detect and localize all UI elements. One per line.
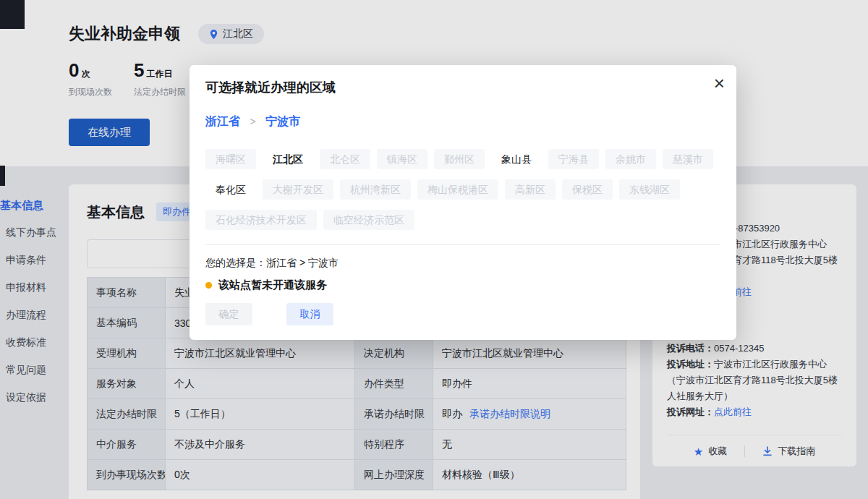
selection-label: 您的选择是：	[205, 257, 266, 268]
breadcrumb-province[interactable]: 浙江省	[205, 115, 240, 127]
region-chip: 东钱湖区	[619, 179, 680, 200]
region-chip: 北仑区	[320, 149, 370, 169]
region-chip: 石化经济技术开发区	[205, 210, 317, 230]
region-chip: 镇海区	[377, 149, 427, 169]
region-chip: 杭州湾新区	[340, 179, 411, 200]
close-icon[interactable]: ×	[714, 71, 725, 95]
modal-actions: 确定 取消	[205, 303, 720, 325]
region-chip: 海曙区	[205, 149, 256, 169]
breadcrumb-city[interactable]: 宁波市	[265, 115, 300, 127]
modal-divider	[205, 244, 720, 245]
confirm-button[interactable]: 确定	[205, 303, 252, 325]
region-grid: 海曙区江北区北仑区镇海区鄞州区象山县宁海县余姚市慈溪市奉化区大榭开发区杭州湾新区…	[205, 149, 720, 230]
service-notice: 该站点暂未开通该服务	[205, 278, 720, 292]
selection-line: 您的选择是：浙江省 > 宁波市	[205, 257, 720, 269]
region-chip: 宁海县	[548, 149, 599, 169]
warning-dot-icon	[205, 282, 212, 289]
selection-value: 浙江省 > 宁波市	[266, 257, 339, 268]
page-root: 失业补助金申领 江北区 0次到现场次数5工作日法定办结时限 在线办理 基本信息线…	[0, 0, 868, 499]
region-chip[interactable]: 江北区	[263, 149, 313, 169]
breadcrumb: 浙江省 > 宁波市	[205, 114, 720, 129]
region-chip: 保税区	[562, 179, 613, 200]
region-chip: 高新区	[505, 179, 556, 200]
region-chip: 大榭开发区	[263, 179, 333, 200]
region-chip[interactable]: 象山县	[491, 149, 542, 169]
region-modal: 可选择就近办理的区域 × 浙江省 > 宁波市 海曙区江北区北仑区镇海区鄞州区象山…	[190, 65, 736, 340]
region-chip: 慈溪市	[663, 149, 713, 169]
modal-title: 可选择就近办理的区域	[205, 80, 720, 95]
region-chip: 余姚市	[605, 149, 656, 169]
cancel-button[interactable]: 取消	[286, 303, 333, 325]
region-chip: 临空经济示范区	[323, 210, 414, 230]
region-chip: 鄞州区	[434, 149, 485, 169]
service-notice-text: 该站点暂未开通该服务	[218, 278, 327, 292]
region-chip: 梅山保税港区	[417, 179, 498, 200]
region-chip[interactable]: 奉化区	[205, 179, 256, 200]
breadcrumb-separator-icon: >	[250, 116, 255, 127]
